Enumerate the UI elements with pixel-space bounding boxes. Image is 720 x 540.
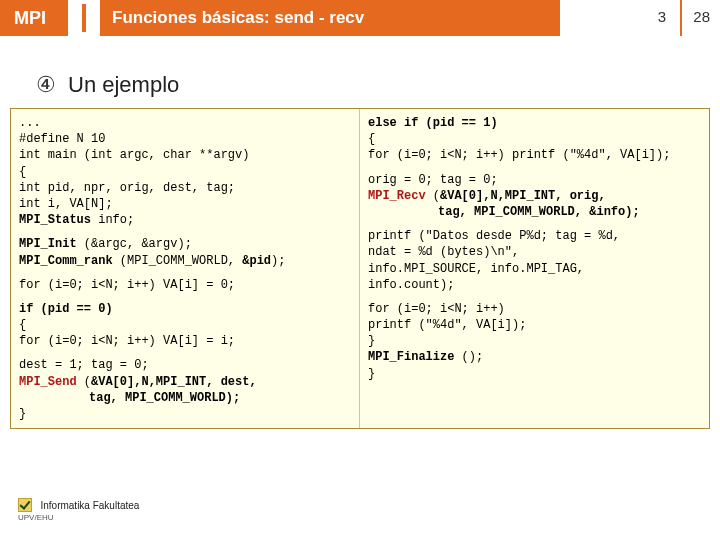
subtitle-row: ④ Un ejemplo	[36, 72, 720, 98]
brand-text: MPI	[14, 8, 46, 29]
code-line: else if (pid == 1)	[368, 115, 701, 131]
code-line: orig = 0; tag = 0;	[368, 172, 701, 188]
code-line: ...	[19, 115, 351, 131]
title-bar: Funciones básicas: send - recv	[100, 0, 560, 36]
header-divider	[82, 4, 86, 32]
footer-row: Informatika Fakultatea	[18, 495, 139, 513]
code-line: for (i=0; i<N; i++) printf ("%4d", VA[i]…	[368, 147, 701, 163]
code-box: ... #define N 10 int main (int argc, cha…	[10, 108, 710, 429]
code-line: tag, MPI_COMM_WORLD);	[19, 390, 351, 406]
faculty-name: Informatika Fakultatea	[40, 500, 139, 511]
mpi-keyword: MPI_Init	[19, 237, 77, 251]
code-line: {	[19, 164, 351, 180]
code-line: info.count);	[368, 277, 701, 293]
check-icon	[18, 498, 32, 512]
slide-header: MPI Funciones básicas: send - recv 3 28	[0, 0, 720, 38]
bullet-marker: ④	[36, 72, 56, 98]
code-line: MPI_Recv (&VA[0],N,MPI_INT, orig,	[368, 188, 701, 204]
subtitle-text: Un ejemplo	[68, 72, 179, 98]
code-line: }	[19, 406, 351, 422]
code-line: ndat = %d (bytes)\n",	[368, 244, 701, 260]
code-column-right: else if (pid == 1) { for (i=0; i<N; i++)…	[360, 109, 709, 428]
page-total: 28	[693, 8, 710, 25]
code-line: {	[368, 131, 701, 147]
brand-box: MPI	[0, 0, 68, 36]
mpi-keyword: MPI_Comm_rank	[19, 254, 113, 268]
code-line: #define N 10	[19, 131, 351, 147]
code-line: int main (int argc, char **argv)	[19, 147, 351, 163]
code-line: }	[368, 333, 701, 349]
code-line: MPI_Finalize ();	[368, 349, 701, 365]
university-name: UPV/EHU	[18, 513, 139, 522]
page-divider	[680, 0, 682, 36]
code-line: for (i=0; i<N; i++) VA[i] = 0;	[19, 277, 351, 293]
slide-footer: Informatika Fakultatea UPV/EHU	[18, 495, 139, 522]
code-line: tag, MPI_COMM_WORLD, &info);	[368, 204, 701, 220]
code-column-left: ... #define N 10 int main (int argc, cha…	[11, 109, 360, 428]
code-line: MPI_Init (&argc, &argv);	[19, 236, 351, 252]
code-line: {	[19, 317, 351, 333]
code-line: MPI_Comm_rank (MPI_COMM_WORLD, &pid);	[19, 253, 351, 269]
code-line: printf ("%4d", VA[i]);	[368, 317, 701, 333]
code-line: if (pid == 0)	[19, 301, 351, 317]
mpi-keyword: MPI_Finalize	[368, 350, 454, 364]
code-line: int i, VA[N];	[19, 196, 351, 212]
mpi-recv: MPI_Recv	[368, 189, 426, 203]
code-line: info.MPI_SOURCE, info.MPI_TAG,	[368, 261, 701, 277]
page-current: 3	[658, 8, 666, 25]
code-line: dest = 1; tag = 0;	[19, 357, 351, 373]
code-line: printf ("Datos desde P%d; tag = %d,	[368, 228, 701, 244]
code-line: for (i=0; i<N; i++) VA[i] = i;	[19, 333, 351, 349]
code-line: MPI_Status info;	[19, 212, 351, 228]
mpi-send: MPI_Send	[19, 375, 77, 389]
code-line: }	[368, 366, 701, 382]
mpi-keyword: MPI_Status	[19, 213, 91, 227]
slide-title: Funciones básicas: send - recv	[112, 8, 364, 28]
code-line: for (i=0; i<N; i++)	[368, 301, 701, 317]
code-line: MPI_Send (&VA[0],N,MPI_INT, dest,	[19, 374, 351, 390]
code-line: int pid, npr, orig, dest, tag;	[19, 180, 351, 196]
